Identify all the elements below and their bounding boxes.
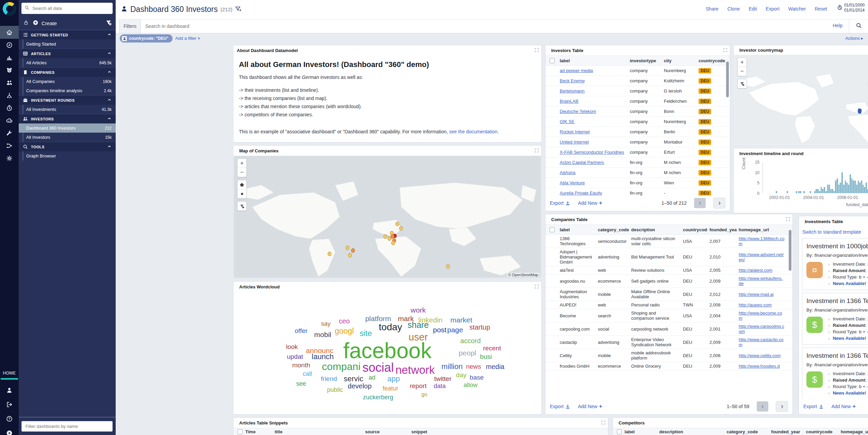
column-header[interactable]: source (362, 429, 409, 434)
wordcloud-word[interactable]: post (433, 326, 446, 334)
homepage-link[interactable]: http://alatest.com (737, 266, 787, 274)
expand-icon[interactable] (723, 48, 727, 54)
wordcloud-word[interactable]: allow (463, 381, 477, 388)
filters-tab[interactable]: Filters (119, 19, 141, 33)
column-header[interactable]: countrycode (697, 57, 727, 65)
wordcloud-word[interactable]: call (303, 370, 312, 378)
timeline-bar[interactable] (787, 191, 788, 193)
timeline-bar[interactable] (825, 191, 827, 193)
investment-card[interactable]: Investment in 1366 TechnologiesBy: finan… (802, 293, 868, 345)
rail-users[interactable] (0, 76, 19, 89)
sidebar-section-investors[interactable]: INVESTORS (19, 114, 116, 123)
timeline-bar[interactable] (800, 191, 801, 193)
countrymap[interactable]: +−Count0 – 0.20.2 – 0.40.4 – 0.60.6 – 0.… (734, 55, 868, 145)
timeline-bar[interactable] (863, 185, 864, 193)
investor-link[interactable]: GfK SE (558, 118, 628, 126)
timeline-bar[interactable] (832, 189, 833, 193)
scrollbar[interactable] (789, 230, 791, 271)
sidebar-item-all-investments[interactable]: All Investments41.3k (19, 105, 116, 114)
investor-link[interactable]: Beck Energy (558, 77, 628, 85)
timeline-bar[interactable] (819, 191, 820, 193)
wordcloud-word[interactable]: page (447, 326, 463, 334)
rail-signout[interactable] (0, 398, 19, 411)
wordcloud-word[interactable]: updat (287, 353, 303, 361)
sidebar-item-companies-timeline-analysis[interactable]: Companies timeline analysis2.4k (19, 86, 116, 95)
investor-link[interactable]: Bertelsmann (558, 87, 628, 95)
wordcloud-word[interactable]: accord (460, 337, 481, 345)
timeline-bar[interactable] (796, 191, 797, 193)
homepage-link[interactable]: http://aupeo.com (737, 301, 787, 309)
wordcloud-word[interactable]: recent (483, 345, 501, 352)
timeline-bar[interactable] (829, 185, 830, 193)
zoom-in-button[interactable]: + (238, 159, 246, 168)
rail-watcher[interactable] (0, 101, 19, 114)
wordcloud-word[interactable]: social (362, 361, 394, 375)
map-filter-disabled-button[interactable] (738, 79, 747, 88)
switch-template-link[interactable]: Switch to standard template (802, 229, 861, 235)
dashboard-search[interactable] (145, 19, 791, 33)
rail-relations[interactable] (0, 89, 19, 102)
topbar-action-share[interactable]: Share (706, 6, 718, 12)
timeline-bar[interactable] (858, 181, 859, 193)
sidebar-item-all-articles[interactable]: All Articles645.5k (19, 58, 116, 67)
topbar-action-reset[interactable]: Reset (815, 6, 827, 12)
topbar-action-watcher[interactable]: Watcher (788, 6, 806, 12)
timeline-bar[interactable] (853, 181, 854, 193)
wordcloud-word[interactable]: peopl (459, 349, 476, 357)
topbar-action-export[interactable]: Export (766, 6, 779, 12)
prev-page-button[interactable] (694, 198, 706, 208)
column-header[interactable]: countrycode (681, 226, 707, 234)
select-all-checkbox[interactable] (238, 429, 243, 434)
homepage-link[interactable]: http://www.froodies.d (737, 362, 787, 370)
timeline-bar[interactable] (824, 187, 825, 193)
select-all-checkbox[interactable] (550, 58, 555, 63)
homepage-link[interactable]: http://www.mad.ai (737, 290, 787, 298)
wordcloud-word[interactable]: mobil (314, 331, 331, 339)
rail-pipelines[interactable] (0, 139, 19, 152)
zoom-in-button[interactable]: + (738, 58, 747, 67)
column-header[interactable]: investortype (628, 57, 662, 65)
column-header[interactable]: snippet (409, 429, 516, 434)
select-all-checkbox[interactable] (617, 429, 622, 434)
homepage-link[interactable]: http://www.become.com (737, 309, 787, 322)
timeline-bar[interactable] (837, 179, 838, 193)
timeline-bar[interactable] (830, 189, 832, 193)
column-header[interactable]: label (622, 429, 656, 434)
timeline-bar[interactable] (803, 191, 805, 193)
filter-export-icon[interactable] (235, 6, 241, 13)
timeline-bar[interactable] (776, 191, 777, 193)
rail-play[interactable] (0, 426, 19, 435)
wordcloud-word[interactable]: today (379, 322, 402, 333)
homepage-link[interactable]: http://www.1366tech.com (737, 235, 787, 248)
wordcloud-word[interactable]: public (327, 386, 343, 394)
timeline-bar[interactable] (817, 189, 819, 193)
wordcloud-word[interactable]: twitter (434, 375, 452, 383)
homepage-link[interactable]: http://www.castaclip.com (737, 336, 787, 349)
add-new-button[interactable]: Add New+ (578, 403, 602, 410)
timeline-bar[interactable] (810, 191, 811, 193)
investor-link[interactable]: Atila Venture (558, 179, 628, 187)
wordcloud-word[interactable]: launch (312, 352, 334, 361)
global-search-input[interactable] (32, 5, 110, 11)
rail-devtools[interactable] (0, 127, 19, 139)
wordcloud-word[interactable]: servic (344, 374, 363, 383)
investor-link[interactable]: AdAstra (558, 169, 628, 177)
expand-icon[interactable] (535, 48, 539, 54)
news-available-link[interactable]: News Available! (833, 281, 866, 286)
plus-circle-icon[interactable] (33, 20, 38, 27)
dashboard-filter-field[interactable] (21, 421, 113, 432)
sidebar-section-tools[interactable]: TOOLS (19, 142, 116, 151)
homepage-link[interactable]: http://www.adspert.net/en/ (737, 251, 787, 264)
investor-link[interactable]: Deutsche Telekom (558, 107, 628, 115)
rail-discover[interactable] (0, 38, 19, 51)
wordcloud-word[interactable]: featur (383, 385, 398, 392)
investor-link[interactable]: X-FAB Semiconductor Foundries (558, 148, 628, 156)
sidebar-section-getting-started[interactable]: GETTING STARTED (19, 30, 116, 39)
wordcloud-word[interactable]: zuckerberg (363, 394, 393, 401)
sidebar-item-all-investors[interactable]: All Investors15k (19, 133, 116, 142)
prev-page-button[interactable] (757, 401, 768, 412)
add-new-button[interactable]: Add New+ (578, 200, 602, 206)
sidebar-item-dashboard-360-investors[interactable]: Dashboard 360 Investors212 (19, 123, 116, 133)
timeline-bar[interactable] (821, 187, 822, 193)
timeline-bar[interactable] (859, 183, 861, 193)
